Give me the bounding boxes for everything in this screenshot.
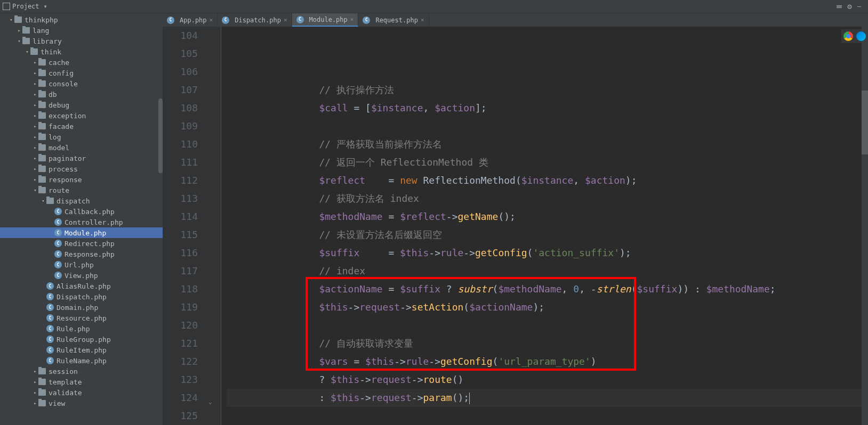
tree-item-controller-php[interactable]: CController.php [0,217,163,227]
code-line[interactable] [227,407,868,425]
tree-item-db[interactable]: ▸db [0,89,163,100]
code-line[interactable]: $this->request->setAction($actionName); [227,298,868,316]
tree-item-module-php[interactable]: CModule.php [0,227,163,238]
tree-item-url-php[interactable]: CUrl.php [0,259,163,270]
tree-item-console[interactable]: ▸console [0,78,163,89]
editor-scrollbar-thumb[interactable] [862,91,868,154]
tree-item-rulename-php[interactable]: CRuleName.php [0,355,163,366]
code-content[interactable]: // 执行操作方法 $call = [$instance, $action]; … [221,27,868,425]
chevron-down-icon[interactable]: ▾ [16,38,22,44]
chevron-down-icon[interactable]: ▾ [24,49,30,54]
edge-icon[interactable] [856,31,866,41]
collapse-icon[interactable] [837,5,842,8]
tree-item-facade[interactable]: ▸facade [0,121,163,132]
code-line[interactable]: ? $this->request->route() [227,371,868,389]
hide-icon[interactable]: — [857,3,861,10]
tree-item-library[interactable]: ▾library [0,36,163,46]
chevron-right-icon[interactable]: ▸ [32,124,38,129]
tree-item-domain-php[interactable]: CDomain.php [0,302,163,313]
code-line[interactable]: // index [227,262,868,280]
code-line[interactable]: // 自动获取请求变量 [227,334,868,353]
tree-item-dispatch-php[interactable]: CDispatch.php [0,291,163,302]
fold-indicator-icon[interactable]: ⌄ [208,393,212,411]
tree-item-cache[interactable]: ▸cache [0,57,163,68]
chevron-right-icon[interactable]: ▸ [32,134,38,140]
tree-item-response[interactable]: ▸response [0,174,163,185]
tree-item-process[interactable]: ▸process [0,164,163,174]
tree-item-view[interactable]: ▸view [0,398,163,408]
code-line[interactable]: // 严格获取当前操作方法名 [227,135,868,153]
tree-item-rule-php[interactable]: CRule.php [0,323,163,334]
chevron-right-icon[interactable]: ▸ [32,145,38,150]
tree-item-config[interactable]: ▸config [0,68,163,78]
tree-item-callback-php[interactable]: CCallback.php [0,206,163,217]
chevron-right-icon[interactable]: ▸ [32,379,38,385]
code-line[interactable]: // 执行操作方法 [227,81,868,99]
chevron-right-icon[interactable]: ▸ [32,390,38,395]
code-line[interactable]: $suffix = $this->rule->getConfig('action… [227,244,868,262]
chevron-right-icon[interactable]: ▸ [32,60,38,65]
close-icon[interactable]: × [284,17,287,23]
chevron-right-icon[interactable]: ▸ [32,369,38,374]
chevron-right-icon[interactable]: ▸ [32,401,38,406]
chevron-right-icon[interactable]: ▸ [32,177,38,182]
tree-item-ruleitem-php[interactable]: CRuleItem.php [0,345,163,355]
chevron-down-icon[interactable]: ▾ [32,187,38,193]
close-icon[interactable]: × [350,16,354,23]
code-editor[interactable]: 1041051061071081091101111121131141151161… [163,27,868,425]
tree-item-exception[interactable]: ▸exception [0,110,163,121]
code-line[interactable] [227,316,868,334]
tree-item-template[interactable]: ▸template [0,377,163,387]
gear-icon[interactable]: ⚙ [847,2,851,11]
chevron-down-icon[interactable]: ▾ [8,17,14,22]
tree-item-session[interactable]: ▸session [0,366,163,377]
code-line[interactable]: $vars = $this->rule->getConfig('url_para… [227,353,868,371]
chevron-right-icon[interactable]: ▸ [32,81,38,86]
tree-item-think[interactable]: ▾think [0,46,163,57]
close-icon[interactable]: × [421,17,424,23]
code-line[interactable]: $reflect = new ReflectionMethod($instanc… [227,171,868,190]
close-icon[interactable]: × [210,17,213,23]
chevron-down-icon[interactable]: ▾ [40,198,46,203]
tree-item-aliasrule-php[interactable]: CAliasRule.php [0,281,163,291]
tree-item-dispatch[interactable]: ▾dispatch [0,195,163,206]
chrome-icon[interactable] [843,31,853,41]
tree-item-redirect-php[interactable]: CRedirect.php [0,238,163,249]
code-line[interactable]: $actionName = $suffix ? substr($methodNa… [227,280,868,298]
tree-item-log[interactable]: ▸log [0,132,163,142]
chevron-right-icon[interactable]: ▸ [32,156,38,161]
chevron-right-icon[interactable]: ▸ [32,102,38,108]
project-tree[interactable]: ▾thinkphp▸lang▾library▾think▸cache▸confi… [0,13,163,425]
code-line[interactable]: // 获取方法名 index [227,190,868,208]
tab-request-php[interactable]: CRequest.php× [358,13,429,27]
chevron-right-icon[interactable]: ▸ [32,113,38,118]
tree-item-resource-php[interactable]: CResource.php [0,313,163,323]
tree-item-rulegroup-php[interactable]: CRuleGroup.php [0,334,163,345]
chevron-right-icon[interactable]: ▸ [16,28,22,33]
editor-scrollbar-track[interactable] [862,27,868,425]
tree-item-model[interactable]: ▸model [0,142,163,153]
chevron-right-icon[interactable]: ▸ [32,70,38,76]
tree-item-view-php[interactable]: CView.php [0,270,163,281]
tab-app-php[interactable]: CApp.php× [163,13,218,27]
project-dropdown[interactable]: Project ▾ [3,3,47,10]
sidebar-scrollbar[interactable] [158,99,163,173]
chevron-right-icon[interactable]: ▸ [32,92,38,97]
tree-item-lang[interactable]: ▸lang [0,25,163,36]
code-line[interactable]: $methodName = $reflect->getName(); [227,208,868,226]
tree-item-thinkphp[interactable]: ▾thinkphp [0,14,163,25]
code-line[interactable]: $call = [$instance, $action]; [227,99,868,117]
tab-module-php[interactable]: CModule.php× [292,13,359,27]
tree-item-debug[interactable]: ▸debug [0,100,163,110]
fold-gutter[interactable]: ⌄ [205,27,221,425]
code-line[interactable]: // 返回一个 ReflectionMethod 类 [227,153,868,171]
tree-item-paginator[interactable]: ▸paginator [0,153,163,164]
code-line[interactable]: : $this->request->param(); [227,389,868,407]
code-line[interactable] [227,117,868,135]
tree-item-route[interactable]: ▾route [0,185,163,195]
chevron-right-icon[interactable]: ▸ [32,166,38,171]
tree-item-validate[interactable]: ▸validate [0,387,163,398]
tab-dispatch-php[interactable]: CDispatch.php× [218,13,292,27]
tree-item-response-php[interactable]: CResponse.php [0,249,163,259]
code-line[interactable]: // 未设置方法名后缀返回空 [227,226,868,244]
